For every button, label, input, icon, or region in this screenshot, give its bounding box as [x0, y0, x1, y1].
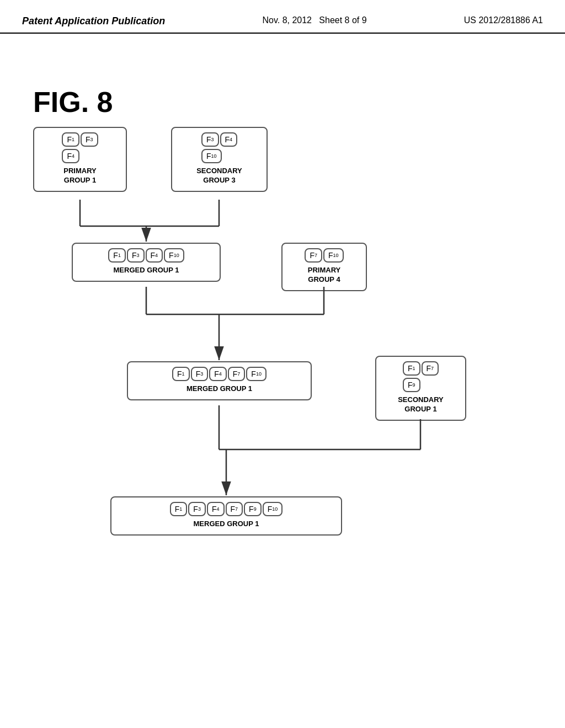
- chips-row-1: F1 F7: [403, 361, 439, 376]
- chip-f4: F4: [146, 248, 163, 263]
- header-right: US 2012/281886 A1: [464, 15, 543, 25]
- chip-f10: F10: [164, 248, 184, 263]
- chips-row-1: F7 F10: [305, 248, 343, 263]
- chip-f1: F1: [172, 367, 190, 381]
- merged-group-1a-label: MERGED GROUP 1: [114, 266, 179, 275]
- secondary-group-3-chips: F3 F4 F10: [201, 132, 237, 163]
- merged-group-1c-chips: F1 F3 F4 F7 F9 F10: [170, 502, 282, 516]
- header-center: Nov. 8, 2012 Sheet 8 of 9: [262, 15, 366, 25]
- secondary-group-3-label: SECONDARYGROUP 3: [196, 167, 242, 185]
- primary-group-4-label: PRIMARYGROUP 4: [308, 266, 340, 285]
- chips-row-2: F10: [201, 149, 222, 163]
- chip-f10: F10: [201, 149, 222, 163]
- merged-group-1-c: F1 F3 F4 F7 F9 F10 MERGED GROUP 1: [110, 496, 342, 536]
- primary-group-1-label: PRIMARYGROUP 1: [63, 167, 96, 185]
- chip-f7: F7: [305, 248, 322, 263]
- chip-f1: F1: [108, 248, 126, 263]
- chips-row-1: F1 F3 F4 F7 F9 F10: [170, 502, 282, 516]
- chip-f3: F3: [127, 248, 145, 263]
- chip-f4: F4: [220, 132, 238, 147]
- header-left: Patent Application Publication: [22, 15, 165, 27]
- chip-f1: F1: [62, 132, 79, 147]
- secondary-group-1-chips: F1 F7 F9: [403, 361, 439, 392]
- chips-row-1: F3 F4: [201, 132, 237, 147]
- chip-f3: F3: [201, 132, 219, 147]
- merged-group-1c-label: MERGED GROUP 1: [194, 520, 259, 529]
- chips-row-2: F4: [62, 149, 79, 163]
- secondary-group-3: F3 F4 F10 SECONDARYGROUP 3: [171, 127, 268, 192]
- merged-group-1-b: F1 F3 F4 F7 F10 MERGED GROUP 1: [127, 361, 312, 400]
- chip-f9: F9: [244, 502, 262, 516]
- chips-row-1: F1 F3: [62, 132, 98, 147]
- primary-group-1: F1 F3 F4 PRIMARYGROUP 1: [33, 127, 127, 192]
- chips-row-1: F1 F3 F4 F7 F10: [172, 367, 266, 381]
- chip-f7: F7: [226, 502, 243, 516]
- chip-f3: F3: [188, 502, 206, 516]
- chip-f1: F1: [170, 502, 188, 516]
- chip-f1: F1: [403, 361, 420, 376]
- secondary-group-1: F1 F7 F9 SECONDARYGROUP 1: [375, 356, 466, 421]
- figure-title: FIG. 8: [33, 85, 113, 119]
- primary-group-4-chips: F7 F10: [305, 248, 343, 263]
- chip-f7: F7: [228, 367, 246, 381]
- primary-group-1-chips: F1 F3 F4: [62, 132, 98, 163]
- merged-group-1b-label: MERGED GROUP 1: [186, 384, 252, 394]
- chips-row-1: F1 F3 F4 F10: [108, 248, 184, 263]
- merged-group-1b-chips: F1 F3 F4 F7 F10: [172, 367, 266, 381]
- chip-f3: F3: [191, 367, 209, 381]
- merged-group-1a-chips: F1 F3 F4 F10: [108, 248, 184, 263]
- chip-f10: F10: [323, 248, 344, 263]
- chips-row-2: F9: [403, 378, 420, 392]
- primary-group-4: F7 F10 PRIMARYGROUP 4: [281, 243, 367, 291]
- secondary-group-1-label: SECONDARYGROUP 1: [398, 395, 444, 414]
- chip-f9: F9: [403, 378, 420, 392]
- merged-group-1-a: F1 F3 F4 F10 MERGED GROUP 1: [72, 243, 221, 282]
- page-header: Patent Application Publication Nov. 8, 2…: [0, 0, 565, 34]
- chip-f4: F4: [209, 367, 227, 381]
- chip-f4: F4: [207, 502, 225, 516]
- chip-f10: F10: [263, 502, 283, 516]
- chip-f3: F3: [81, 132, 98, 147]
- chip-f7: F7: [422, 361, 439, 376]
- chip-f4: F4: [62, 149, 79, 163]
- chip-f10: F10: [246, 367, 266, 381]
